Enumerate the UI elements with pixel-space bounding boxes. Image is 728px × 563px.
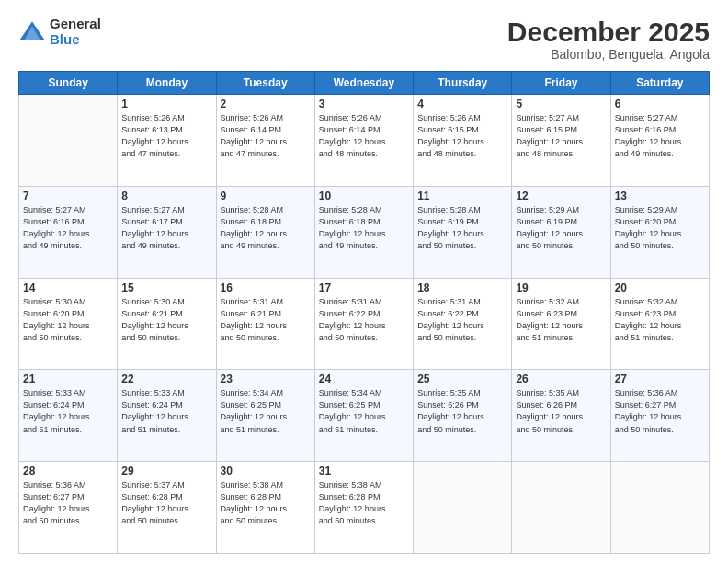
title-block: December 2025 Balombo, Benguela, Angola bbox=[507, 17, 710, 62]
calendar-day-11: 11Sunrise: 5:28 AM Sunset: 6:19 PM Dayli… bbox=[414, 186, 512, 278]
day-info: Sunrise: 5:33 AM Sunset: 6:24 PM Dayligh… bbox=[121, 387, 211, 435]
day-number: 3 bbox=[319, 98, 409, 110]
day-number: 10 bbox=[319, 190, 409, 202]
day-info: Sunrise: 5:28 AM Sunset: 6:18 PM Dayligh… bbox=[221, 204, 311, 252]
day-number: 28 bbox=[23, 465, 113, 477]
day-number: 29 bbox=[121, 465, 211, 477]
day-number: 11 bbox=[417, 190, 507, 202]
calendar-day-19: 19Sunrise: 5:32 AM Sunset: 6:23 PM Dayli… bbox=[512, 278, 610, 370]
calendar-empty-cell bbox=[512, 462, 610, 554]
day-info: Sunrise: 5:32 AM Sunset: 6:23 PM Dayligh… bbox=[615, 296, 705, 344]
day-info: Sunrise: 5:27 AM Sunset: 6:16 PM Dayligh… bbox=[615, 112, 705, 160]
day-header-tuesday: Tuesday bbox=[216, 72, 314, 95]
month-title: December 2025 bbox=[507, 17, 710, 47]
day-number: 15 bbox=[121, 282, 211, 294]
calendar-day-24: 24Sunrise: 5:34 AM Sunset: 6:25 PM Dayli… bbox=[314, 370, 413, 462]
day-header-thursday: Thursday bbox=[414, 72, 512, 95]
logo-blue: Blue bbox=[50, 31, 80, 47]
day-info: Sunrise: 5:27 AM Sunset: 6:17 PM Dayligh… bbox=[121, 204, 211, 252]
day-number: 26 bbox=[516, 373, 606, 385]
calendar-day-29: 29Sunrise: 5:37 AM Sunset: 6:28 PM Dayli… bbox=[118, 462, 216, 554]
calendar-day-17: 17Sunrise: 5:31 AM Sunset: 6:22 PM Dayli… bbox=[314, 278, 413, 370]
calendar-day-1: 1Sunrise: 5:26 AM Sunset: 6:13 PM Daylig… bbox=[118, 95, 216, 187]
day-info: Sunrise: 5:29 AM Sunset: 6:20 PM Dayligh… bbox=[615, 204, 705, 252]
day-number: 18 bbox=[417, 282, 507, 294]
day-number: 17 bbox=[319, 282, 409, 294]
calendar-day-30: 30Sunrise: 5:38 AM Sunset: 6:28 PM Dayli… bbox=[216, 462, 314, 554]
day-info: Sunrise: 5:31 AM Sunset: 6:22 PM Dayligh… bbox=[417, 296, 507, 344]
day-info: Sunrise: 5:30 AM Sunset: 6:21 PM Dayligh… bbox=[121, 296, 211, 344]
day-info: Sunrise: 5:33 AM Sunset: 6:24 PM Dayligh… bbox=[23, 387, 113, 435]
day-info: Sunrise: 5:26 AM Sunset: 6:15 PM Dayligh… bbox=[417, 112, 507, 160]
day-info: Sunrise: 5:34 AM Sunset: 6:25 PM Dayligh… bbox=[319, 387, 409, 435]
calendar-day-2: 2Sunrise: 5:26 AM Sunset: 6:14 PM Daylig… bbox=[216, 95, 314, 187]
calendar-day-14: 14Sunrise: 5:30 AM Sunset: 6:20 PM Dayli… bbox=[19, 278, 118, 370]
day-info: Sunrise: 5:34 AM Sunset: 6:25 PM Dayligh… bbox=[221, 387, 311, 435]
calendar-day-10: 10Sunrise: 5:28 AM Sunset: 6:18 PM Dayli… bbox=[314, 186, 413, 278]
calendar-table: SundayMondayTuesdayWednesdayThursdayFrid… bbox=[18, 71, 710, 554]
calendar-day-7: 7Sunrise: 5:27 AM Sunset: 6:16 PM Daylig… bbox=[19, 186, 118, 278]
logo-icon bbox=[18, 18, 46, 46]
day-number: 21 bbox=[23, 373, 113, 385]
day-number: 22 bbox=[121, 373, 211, 385]
calendar-empty-cell bbox=[610, 462, 709, 554]
calendar-week-row: 28Sunrise: 5:36 AM Sunset: 6:27 PM Dayli… bbox=[19, 462, 710, 554]
logo-general: General bbox=[50, 16, 101, 31]
day-info: Sunrise: 5:31 AM Sunset: 6:22 PM Dayligh… bbox=[319, 296, 409, 344]
day-number: 23 bbox=[221, 373, 311, 385]
day-info: Sunrise: 5:27 AM Sunset: 6:16 PM Dayligh… bbox=[23, 204, 113, 252]
day-number: 8 bbox=[121, 190, 211, 202]
day-header-wednesday: Wednesday bbox=[314, 72, 413, 95]
day-number: 6 bbox=[615, 98, 705, 110]
day-info: Sunrise: 5:26 AM Sunset: 6:14 PM Dayligh… bbox=[319, 112, 409, 160]
day-info: Sunrise: 5:30 AM Sunset: 6:20 PM Dayligh… bbox=[23, 296, 113, 344]
calendar-week-row: 21Sunrise: 5:33 AM Sunset: 6:24 PM Dayli… bbox=[19, 370, 710, 462]
calendar-week-row: 7Sunrise: 5:27 AM Sunset: 6:16 PM Daylig… bbox=[19, 186, 710, 278]
day-info: Sunrise: 5:38 AM Sunset: 6:28 PM Dayligh… bbox=[221, 479, 311, 527]
day-info: Sunrise: 5:28 AM Sunset: 6:19 PM Dayligh… bbox=[417, 204, 507, 252]
day-info: Sunrise: 5:26 AM Sunset: 6:14 PM Dayligh… bbox=[221, 112, 311, 160]
day-info: Sunrise: 5:26 AM Sunset: 6:13 PM Dayligh… bbox=[121, 112, 211, 160]
day-number: 25 bbox=[417, 373, 507, 385]
day-header-friday: Friday bbox=[512, 72, 610, 95]
calendar-day-9: 9Sunrise: 5:28 AM Sunset: 6:18 PM Daylig… bbox=[216, 186, 314, 278]
day-info: Sunrise: 5:31 AM Sunset: 6:21 PM Dayligh… bbox=[221, 296, 311, 344]
day-number: 24 bbox=[319, 373, 409, 385]
day-number: 14 bbox=[23, 282, 113, 294]
day-number: 27 bbox=[615, 373, 705, 385]
day-header-saturday: Saturday bbox=[610, 72, 709, 95]
calendar-day-18: 18Sunrise: 5:31 AM Sunset: 6:22 PM Dayli… bbox=[414, 278, 512, 370]
day-info: Sunrise: 5:29 AM Sunset: 6:19 PM Dayligh… bbox=[516, 204, 606, 252]
day-header-sunday: Sunday bbox=[19, 72, 118, 95]
calendar-day-6: 6Sunrise: 5:27 AM Sunset: 6:16 PM Daylig… bbox=[610, 95, 709, 187]
calendar-day-21: 21Sunrise: 5:33 AM Sunset: 6:24 PM Dayli… bbox=[19, 370, 118, 462]
day-number: 16 bbox=[221, 282, 311, 294]
day-number: 19 bbox=[516, 282, 606, 294]
day-number: 4 bbox=[417, 98, 507, 110]
calendar-day-13: 13Sunrise: 5:29 AM Sunset: 6:20 PM Dayli… bbox=[610, 186, 709, 278]
logo: General Blue bbox=[18, 17, 101, 47]
calendar-day-8: 8Sunrise: 5:27 AM Sunset: 6:17 PM Daylig… bbox=[118, 186, 216, 278]
day-info: Sunrise: 5:37 AM Sunset: 6:28 PM Dayligh… bbox=[121, 479, 211, 527]
calendar-empty-cell bbox=[414, 462, 512, 554]
day-number: 1 bbox=[121, 98, 211, 110]
day-info: Sunrise: 5:27 AM Sunset: 6:15 PM Dayligh… bbox=[516, 112, 606, 160]
logo-text: General Blue bbox=[50, 17, 101, 47]
calendar-week-row: 14Sunrise: 5:30 AM Sunset: 6:20 PM Dayli… bbox=[19, 278, 710, 370]
day-info: Sunrise: 5:36 AM Sunset: 6:27 PM Dayligh… bbox=[23, 479, 113, 527]
day-number: 20 bbox=[615, 282, 705, 294]
calendar-day-22: 22Sunrise: 5:33 AM Sunset: 6:24 PM Dayli… bbox=[118, 370, 216, 462]
calendar-day-23: 23Sunrise: 5:34 AM Sunset: 6:25 PM Dayli… bbox=[216, 370, 314, 462]
header: General Blue December 2025 Balombo, Beng… bbox=[18, 17, 710, 62]
calendar-day-16: 16Sunrise: 5:31 AM Sunset: 6:21 PM Dayli… bbox=[216, 278, 314, 370]
calendar-week-row: 1Sunrise: 5:26 AM Sunset: 6:13 PM Daylig… bbox=[19, 95, 710, 187]
day-info: Sunrise: 5:35 AM Sunset: 6:26 PM Dayligh… bbox=[417, 387, 507, 435]
calendar-day-26: 26Sunrise: 5:35 AM Sunset: 6:26 PM Dayli… bbox=[512, 370, 610, 462]
day-header-monday: Monday bbox=[118, 72, 216, 95]
calendar-day-15: 15Sunrise: 5:30 AM Sunset: 6:21 PM Dayli… bbox=[118, 278, 216, 370]
calendar-day-28: 28Sunrise: 5:36 AM Sunset: 6:27 PM Dayli… bbox=[19, 462, 118, 554]
day-number: 13 bbox=[615, 190, 705, 202]
calendar-day-12: 12Sunrise: 5:29 AM Sunset: 6:19 PM Dayli… bbox=[512, 186, 610, 278]
day-info: Sunrise: 5:28 AM Sunset: 6:18 PM Dayligh… bbox=[319, 204, 409, 252]
calendar-day-31: 31Sunrise: 5:38 AM Sunset: 6:28 PM Dayli… bbox=[314, 462, 413, 554]
